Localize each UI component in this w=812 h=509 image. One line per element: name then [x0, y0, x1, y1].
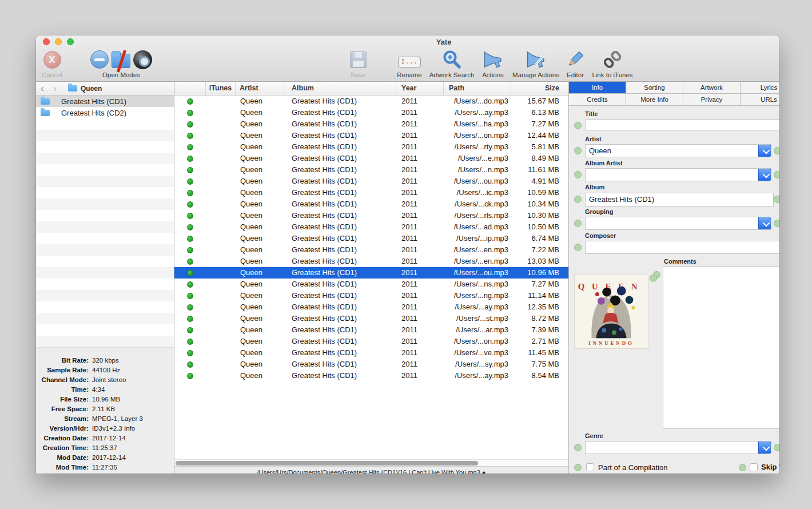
table-row[interactable]: QueenGreatest Hits (CD1)2011/Users/...ou…	[174, 267, 568, 279]
album-artist-indicator-dot[interactable]	[574, 171, 582, 178]
table-row[interactable]: QueenGreatest Hits (CD1)2011/Users/...st…	[174, 313, 568, 324]
path-cell: /Users/...en.mp3	[444, 244, 511, 256]
skip-checkbox[interactable]	[750, 463, 758, 471]
table-row[interactable]: QueenGreatest Hits (CD1)2011/Users/...e.…	[174, 153, 568, 164]
table-row[interactable]: QueenGreatest Hits (CD1)2011/Users/...ar…	[174, 324, 568, 336]
column-album[interactable]: Album	[284, 82, 396, 95]
table-row[interactable]: QueenGreatest Hits (CD1)2011/Users/...ad…	[174, 221, 568, 233]
manage-actions-button[interactable]: Manage Actions	[507, 48, 564, 78]
artist-indicator-dot[interactable]	[574, 147, 582, 154]
open-modes-button[interactable]: Open Modes	[86, 48, 156, 78]
column-size[interactable]: Size	[511, 82, 568, 95]
title-indicator-dot[interactable]	[574, 122, 582, 129]
artist-field[interactable]: Queen	[585, 144, 771, 157]
horizontal-scrollbar[interactable]	[174, 459, 568, 466]
year-cell: 2011	[396, 301, 444, 313]
album-artwork[interactable]: QUEEN	[574, 275, 648, 349]
album-indicator-dot[interactable]	[574, 196, 582, 203]
tab-lyrics[interactable]: Lyrics	[741, 82, 779, 94]
table-row[interactable]: QueenGreatest Hits (CD1)2011/Users/...rl…	[174, 210, 568, 221]
composer-indicator-dot[interactable]	[574, 244, 582, 251]
artwork-search-button[interactable]: Artwork Search	[420, 48, 483, 78]
save-button[interactable]: Save	[341, 48, 375, 78]
cancel-button[interactable]: X Cancel	[36, 48, 70, 78]
table-row[interactable]: QueenGreatest Hits (CD1)2011/Users/...on…	[174, 130, 568, 141]
table-row[interactable]: QueenGreatest Hits (CD1)2011/Users/...ay…	[174, 301, 568, 313]
table-row[interactable]: QueenGreatest Hits (CD1)2011/Users/...n.…	[174, 164, 568, 176]
album-field[interactable]: Greatest Hits (CD1)	[585, 193, 774, 206]
column-path[interactable]: Path	[444, 82, 511, 95]
breadcrumb-label: Queen	[81, 85, 102, 93]
minimize-button[interactable]	[55, 38, 62, 45]
album-artist-field[interactable]	[585, 168, 771, 181]
tab-info[interactable]: Info	[569, 82, 626, 94]
compilation-indicator-dot[interactable]	[574, 464, 582, 471]
back-arrow-icon[interactable]: ‹	[36, 82, 49, 95]
comments-box[interactable]	[663, 267, 779, 429]
table-row[interactable]: QueenGreatest Hits (CD1)2011/Users/...sy…	[174, 359, 568, 370]
table-row[interactable]: QueenGreatest Hits (CD1)2011/Users/...ck…	[174, 198, 568, 210]
table-row[interactable]: QueenGreatest Hits (CD1)2011/Users/...ou…	[174, 176, 568, 187]
grouping-dropdown-button[interactable]	[758, 217, 771, 230]
detail-row: Channel Mode:Joint stereo	[36, 375, 174, 385]
sidebar-folder-item[interactable]: Greatest Hits (CD2)	[36, 107, 174, 118]
path-cell: /Users/...ic.mp3	[444, 187, 511, 198]
genre-indicator-dot[interactable]	[574, 444, 582, 451]
artist-right-dot[interactable]	[774, 147, 779, 154]
table-row[interactable]: QueenGreatest Hits (CD1)2011/Users/...en…	[174, 256, 568, 267]
compilation-checkbox[interactable]	[586, 463, 594, 471]
scrollbar-thumb[interactable]	[176, 461, 478, 466]
grouping-field[interactable]	[585, 217, 771, 230]
actions-button[interactable]: Actions	[476, 48, 510, 78]
genre-field[interactable]	[585, 441, 771, 454]
artist-dropdown-button[interactable]	[758, 144, 771, 157]
grouping-indicator-dot[interactable]	[574, 220, 582, 227]
table-row[interactable]: QueenGreatest Hits (CD1)2011/Users/...on…	[174, 336, 568, 347]
album-cell: Greatest Hits (CD1)	[284, 153, 396, 164]
green-status-icon	[187, 201, 193, 208]
forward-arrow-icon[interactable]: ›	[49, 82, 61, 95]
table-row[interactable]: QueenGreatest Hits (CD1)2011/Users/...ay…	[174, 107, 568, 118]
composer-field[interactable]	[585, 241, 779, 254]
detail-label: Creation Time:	[36, 443, 89, 453]
table-row[interactable]: QueenGreatest Hits (CD1)2011/Users/...ns…	[174, 279, 568, 290]
table-row[interactable]: QueenGreatest Hits (CD1)2011/Users/...ip…	[174, 233, 568, 244]
detail-row: Version/Hdr:ID3v1+2.3 Info	[36, 424, 174, 434]
sidebar: ‹ › Queen Greatest Hits (CD1)Greatest Hi…	[36, 82, 174, 474]
table-row[interactable]: QueenGreatest Hits (CD1)2011/Users/...en…	[174, 244, 568, 256]
table-row[interactable]: QueenGreatest Hits (CD1)2011/Users/...do…	[174, 96, 568, 107]
column-artist[interactable]: Artist	[236, 82, 284, 95]
itunes-cell	[206, 256, 236, 267]
album-artist-right-dot[interactable]	[774, 171, 779, 178]
table-row[interactable]: QueenGreatest Hits (CD1)2011/Users/...ic…	[174, 187, 568, 198]
album-right-dot[interactable]	[774, 196, 779, 203]
column-year[interactable]: Year	[396, 82, 444, 95]
tab-sorting[interactable]: Sorting	[626, 82, 683, 94]
table-row[interactable]: QueenGreatest Hits (CD1)2011/Users/...ve…	[174, 347, 568, 359]
zoom-button[interactable]	[67, 38, 74, 45]
link-itunes-button[interactable]: Link to iTunes	[587, 48, 638, 78]
artwork-indicator-dot[interactable]	[650, 275, 657, 282]
title-field[interactable]	[585, 120, 779, 130]
status-cell	[174, 187, 206, 198]
genre-dropdown-button[interactable]	[758, 441, 771, 454]
table-row[interactable]: QueenGreatest Hits (CD1)2011/Users/...ay…	[174, 370, 568, 381]
table-row[interactable]: QueenGreatest Hits (CD1)2011/Users/...rt…	[174, 141, 568, 153]
table-row[interactable]: QueenGreatest Hits (CD1)2011/Users/...ng…	[174, 290, 568, 301]
table-row[interactable]: QueenGreatest Hits (CD1)2011/Users/...ha…	[174, 118, 568, 130]
tab-more-info[interactable]: More Info	[626, 94, 683, 106]
tab-urls[interactable]: URLs	[741, 94, 779, 106]
column-status[interactable]	[174, 82, 206, 95]
skip-indicator-dot[interactable]	[739, 464, 746, 471]
column-itunes[interactable]: iTunes	[206, 82, 236, 95]
album-artist-dropdown-button[interactable]	[758, 168, 771, 181]
grouping-right-dot[interactable]	[774, 220, 779, 227]
close-button[interactable]	[43, 38, 50, 45]
genre-right-dot[interactable]	[774, 444, 779, 451]
tab-artwork[interactable]: Artwork	[683, 82, 741, 94]
size-cell: 7.22 MB	[511, 244, 568, 256]
itunes-cell	[206, 141, 236, 153]
tab-privacy[interactable]: Privacy	[683, 94, 741, 106]
tab-credits[interactable]: Credits	[569, 94, 626, 106]
sidebar-folder-item[interactable]: Greatest Hits (CD1)	[36, 96, 174, 107]
